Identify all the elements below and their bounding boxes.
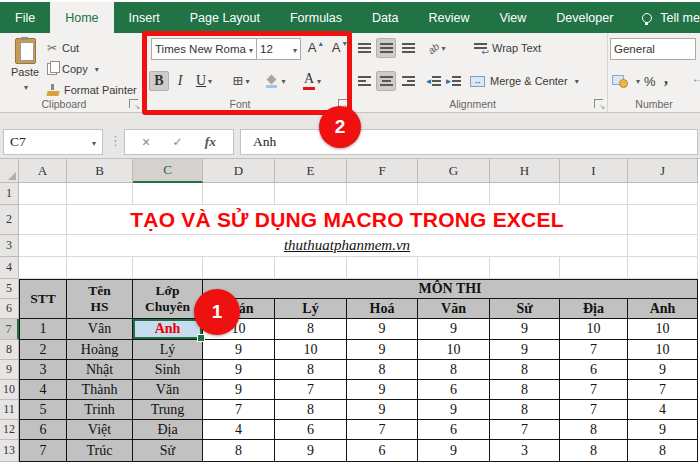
- col-header-G[interactable]: G: [418, 159, 490, 183]
- cell-E11[interactable]: 8: [275, 400, 347, 420]
- cell-D1[interactable]: [203, 183, 275, 205]
- cell-A10[interactable]: 4: [19, 380, 67, 400]
- cell-A1[interactable]: [19, 183, 67, 205]
- table-header-subject[interactable]: Văn: [418, 299, 490, 319]
- cell-G9[interactable]: 8: [418, 360, 490, 380]
- cell-J12[interactable]: 9: [628, 420, 698, 440]
- name-box-dropdown-icon[interactable]: [90, 134, 96, 150]
- wrap-text-button[interactable]: Wrap Text: [474, 38, 541, 58]
- cell-F10[interactable]: 9: [347, 380, 418, 400]
- row-header-9[interactable]: 9: [0, 360, 19, 380]
- bold-button[interactable]: B: [149, 71, 169, 91]
- cell-F11[interactable]: 9: [347, 400, 418, 420]
- alignment-dialog-launcher-icon[interactable]: [594, 99, 603, 108]
- cell-J7[interactable]: 10: [628, 319, 698, 340]
- tab-home[interactable]: Home: [50, 2, 113, 33]
- tab-file[interactable]: File: [0, 2, 50, 33]
- cell-B8[interactable]: Hoàng: [67, 340, 133, 360]
- tell-me-box[interactable]: Tell me what you: [642, 2, 700, 33]
- row-header-11[interactable]: 11: [0, 400, 19, 420]
- cell-B9[interactable]: Nhật: [67, 360, 133, 380]
- table-header-subject[interactable]: Anh: [628, 299, 698, 319]
- cell-H12[interactable]: 7: [490, 420, 560, 440]
- number-format-combo[interactable]: General: [610, 38, 696, 60]
- cell-E8[interactable]: 10: [275, 340, 347, 360]
- align-left-button[interactable]: [354, 71, 374, 91]
- cell-G11[interactable]: 9: [418, 400, 490, 420]
- cell-H10[interactable]: 8: [490, 380, 560, 400]
- sheet-title-cell[interactable]: TẠO VÀ SỬ DỤNG MACRO TRONG EXCEL: [67, 205, 628, 235]
- table-header-subject[interactable]: Lý: [275, 299, 347, 319]
- cell-D13[interactable]: 8: [203, 440, 275, 462]
- tab-developer[interactable]: Developer: [541, 2, 628, 33]
- cell-A11[interactable]: 5: [19, 400, 67, 420]
- col-header-D[interactable]: D: [203, 159, 275, 183]
- merge-center-button[interactable]: Merge & Center: [470, 71, 579, 91]
- table-header-ten-hs[interactable]: Tên HS: [67, 279, 133, 319]
- cell-H13[interactable]: 3: [490, 440, 560, 462]
- paste-dropdown-icon[interactable]: [22, 80, 28, 92]
- enter-icon[interactable]: ✓: [172, 135, 182, 149]
- cell-H4[interactable]: [490, 257, 560, 279]
- cell-I10[interactable]: 7: [560, 380, 628, 400]
- cell-C13[interactable]: Sử: [133, 440, 203, 462]
- tab-insert[interactable]: Insert: [114, 2, 175, 33]
- accounting-format-button[interactable]: [612, 71, 640, 91]
- col-header-H[interactable]: H: [490, 159, 560, 183]
- name-box[interactable]: C7: [3, 129, 103, 155]
- row-header-12[interactable]: 12: [0, 420, 19, 440]
- cell-J2[interactable]: [628, 205, 698, 235]
- table-header-subject[interactable]: Sử: [490, 299, 560, 319]
- cell-J9[interactable]: 9: [628, 360, 698, 380]
- orientation-button[interactable]: [424, 38, 450, 58]
- cell-E12[interactable]: 6: [275, 420, 347, 440]
- cell-G12[interactable]: 6: [418, 420, 490, 440]
- font-size-dropdown-icon[interactable]: [291, 43, 297, 55]
- cell-F7[interactable]: 9: [347, 319, 418, 340]
- cell-I12[interactable]: 8: [560, 420, 628, 440]
- align-right-button[interactable]: [398, 71, 418, 91]
- cell-I9[interactable]: 6: [560, 360, 628, 380]
- clipboard-dialog-launcher-icon[interactable]: [129, 99, 138, 108]
- insert-function-icon[interactable]: fx: [205, 134, 216, 150]
- fill-color-button[interactable]: [261, 71, 291, 91]
- formula-bar-handle[interactable]: ⋮: [109, 133, 122, 148]
- cell-G4[interactable]: [418, 257, 490, 279]
- cell-F8[interactable]: 9: [347, 340, 418, 360]
- cell-A4[interactable]: [19, 257, 67, 279]
- cell-G10[interactable]: 6: [418, 380, 490, 400]
- cell-I13[interactable]: 8: [560, 440, 628, 462]
- col-header-I[interactable]: I: [560, 159, 628, 183]
- borders-button[interactable]: [227, 71, 255, 91]
- cell-G7[interactable]: 9: [418, 319, 490, 340]
- cell-J11[interactable]: 4: [628, 400, 698, 420]
- row-header-5[interactable]: 5: [0, 279, 19, 299]
- cell-B1[interactable]: [67, 183, 133, 205]
- shrink-font-button[interactable]: A ▼: [329, 38, 351, 60]
- cell-J4[interactable]: [628, 257, 698, 279]
- cell-E10[interactable]: 7: [275, 380, 347, 400]
- cell-F12[interactable]: 7: [347, 420, 418, 440]
- cell-D8[interactable]: 9: [203, 340, 275, 360]
- table-header-subject[interactable]: Hoá: [347, 299, 418, 319]
- tab-formulas[interactable]: Formulas: [275, 2, 357, 33]
- cell-F4[interactable]: [347, 257, 418, 279]
- row-header-1[interactable]: 1: [0, 183, 19, 205]
- row-header-6[interactable]: 6: [0, 299, 19, 319]
- cell-I4[interactable]: [560, 257, 628, 279]
- cell-H1[interactable]: [490, 183, 560, 205]
- cell-H9[interactable]: 8: [490, 360, 560, 380]
- sheet-subtitle-cell[interactable]: thuthuatphanmem.vn: [67, 235, 628, 257]
- cell-D9[interactable]: 9: [203, 360, 275, 380]
- cell-A2[interactable]: [19, 205, 67, 235]
- align-bottom-button[interactable]: [398, 38, 418, 58]
- cell-J10[interactable]: 7: [628, 380, 698, 400]
- cell-D11[interactable]: 7: [203, 400, 275, 420]
- cell-B10[interactable]: Thành: [67, 380, 133, 400]
- table-header-mon-thi[interactable]: MÔN THI: [203, 279, 698, 299]
- comma-style-button[interactable]: ,: [664, 69, 668, 89]
- cell-F1[interactable]: [347, 183, 418, 205]
- cell-B4[interactable]: [67, 257, 133, 279]
- cell-E1[interactable]: [275, 183, 347, 205]
- cell-D4[interactable]: [203, 257, 275, 279]
